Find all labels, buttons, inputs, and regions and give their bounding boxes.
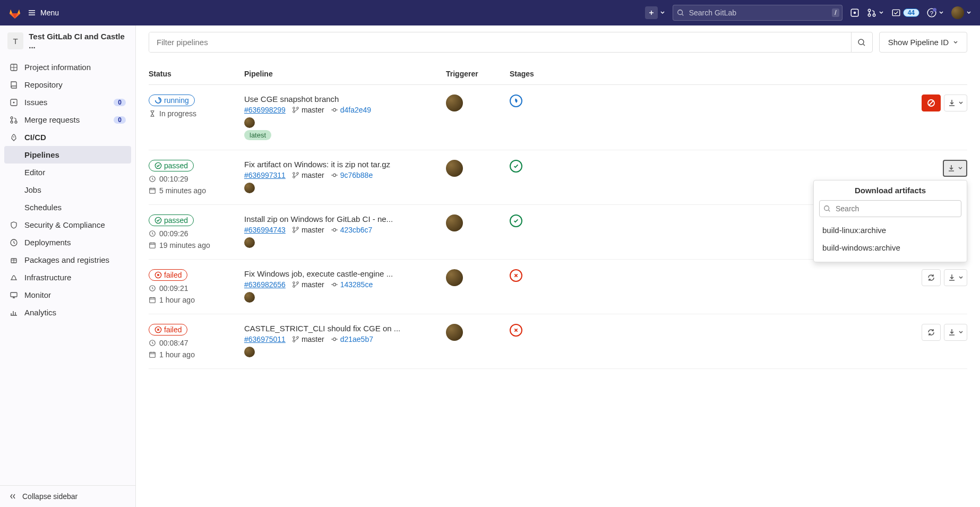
user-menu[interactable] bbox=[951, 6, 972, 19]
status-badge[interactable]: passed bbox=[149, 214, 194, 226]
stage-status[interactable] bbox=[510, 269, 522, 282]
pipeline-title[interactable]: CASTLE_STRICT_CLI should fix CGE on ... bbox=[244, 324, 425, 333]
duration-label: 00:09:21 bbox=[159, 284, 188, 293]
artifact-search-input[interactable] bbox=[819, 200, 961, 217]
triggerer-avatar[interactable] bbox=[446, 214, 463, 231]
sidebar-item-analytics[interactable]: Analytics bbox=[4, 304, 131, 321]
pipeline-id-link[interactable]: #636997311 bbox=[244, 171, 286, 179]
sidebar-item-editor[interactable]: Editor bbox=[4, 164, 131, 181]
commit-author-avatar[interactable] bbox=[244, 237, 255, 248]
retry-pipeline-button[interactable] bbox=[922, 324, 941, 341]
pipeline-id-link[interactable]: #636994743 bbox=[244, 226, 286, 234]
artifact-item[interactable]: build-linux:archive bbox=[819, 221, 961, 239]
collapse-sidebar-button[interactable]: Collapse sidebar bbox=[0, 485, 135, 507]
pipeline-branch[interactable]: master bbox=[292, 226, 324, 234]
passed-stage-icon bbox=[512, 162, 520, 170]
commit-author-avatar[interactable] bbox=[244, 117, 255, 128]
chevron-down-icon bbox=[660, 10, 665, 15]
stage-status[interactable] bbox=[510, 214, 522, 227]
sidebar-item-packages-and-registries[interactable]: Packages and registries bbox=[4, 251, 131, 269]
svg-point-5 bbox=[873, 14, 875, 16]
pipeline-id-link[interactable]: #636998299 bbox=[244, 106, 286, 114]
pipeline-commit-link[interactable]: 143285ce bbox=[331, 280, 373, 289]
sidebar-item-repository[interactable]: Repository bbox=[4, 76, 131, 93]
create-new-button[interactable] bbox=[645, 6, 665, 19]
pipeline-title[interactable]: Install zip on Windows for GitLab CI - n… bbox=[244, 214, 425, 224]
commit-author-avatar[interactable] bbox=[244, 292, 255, 303]
pipeline-branch[interactable]: master bbox=[292, 280, 324, 289]
sidebar-item-infrastructure[interactable]: Infrastructure bbox=[4, 269, 131, 286]
gitlab-logo[interactable] bbox=[8, 6, 21, 19]
pipeline-branch[interactable]: master bbox=[292, 171, 324, 179]
search-input[interactable] bbox=[673, 5, 843, 21]
artifact-item[interactable]: build-windows:archive bbox=[819, 239, 961, 256]
sidebar-item-deployments[interactable]: Deployments bbox=[4, 234, 131, 251]
project-header[interactable]: T Test GitLab CI and Castle ... bbox=[0, 25, 135, 56]
show-pipeline-id-dropdown[interactable]: Show Pipeline ID bbox=[879, 32, 967, 53]
sidebar-item-security-compliance[interactable]: Security & Compliance bbox=[4, 216, 131, 234]
mr-icon bbox=[10, 116, 18, 124]
pipeline-commit-link[interactable]: d4fa2e49 bbox=[331, 106, 371, 114]
commit-author-avatar[interactable] bbox=[244, 347, 255, 357]
stage-status[interactable] bbox=[510, 94, 522, 107]
pipeline-branch[interactable]: master bbox=[292, 106, 324, 114]
filter-input[interactable] bbox=[149, 32, 851, 52]
pipeline-branch[interactable]: master bbox=[292, 335, 324, 343]
filter-search-button[interactable] bbox=[851, 32, 872, 52]
triggerer-avatar[interactable] bbox=[446, 160, 463, 177]
pipeline-commit-link[interactable]: 423cb6c7 bbox=[331, 226, 373, 234]
sidebar-item-project-information[interactable]: Project information bbox=[4, 58, 131, 76]
triggerer-avatar[interactable] bbox=[446, 94, 463, 111]
col-pipeline-header: Pipeline bbox=[244, 70, 446, 78]
clock-icon bbox=[149, 339, 156, 347]
sidebar-item-ci-cd[interactable]: CI/CD bbox=[4, 128, 131, 146]
commit-author-avatar[interactable] bbox=[244, 183, 255, 193]
merge-requests-shortcut[interactable] bbox=[867, 8, 884, 18]
rocket-icon bbox=[10, 133, 18, 142]
pipeline-title[interactable]: Use CGE snapshot branch bbox=[244, 94, 425, 104]
status-badge[interactable]: running bbox=[149, 94, 195, 106]
sidebar-item-issues[interactable]: Issues0 bbox=[4, 93, 131, 111]
clock-icon bbox=[149, 230, 156, 237]
download-artifacts-button[interactable] bbox=[944, 269, 967, 286]
sidebar-item-pipelines[interactable]: Pipelines bbox=[4, 146, 131, 164]
svg-point-50 bbox=[293, 337, 295, 339]
pipeline-actions bbox=[922, 324, 967, 341]
retry-pipeline-button[interactable] bbox=[922, 269, 941, 286]
stage-status[interactable] bbox=[510, 160, 522, 173]
triggerer-avatar[interactable] bbox=[446, 269, 463, 286]
status-badge[interactable]: failed bbox=[149, 269, 187, 281]
issues-shortcut[interactable] bbox=[850, 8, 859, 18]
pipeline-title[interactable]: Fix Windows job, execute castle-engine .… bbox=[244, 269, 425, 278]
sidebar-item-label: Issues bbox=[24, 98, 47, 107]
svg-point-30 bbox=[293, 176, 295, 178]
download-artifacts-button[interactable] bbox=[944, 94, 967, 111]
sidebar-item-merge-requests[interactable]: Merge requests0 bbox=[4, 111, 131, 128]
status-badge[interactable]: passed bbox=[149, 160, 194, 171]
menu-button[interactable]: Menu bbox=[28, 8, 59, 17]
stage-status[interactable] bbox=[510, 324, 522, 337]
pipeline-id-link[interactable]: #636975011 bbox=[244, 335, 286, 343]
pipeline-commit-link[interactable]: 9c76b88e bbox=[331, 171, 373, 179]
download-artifacts-button[interactable] bbox=[944, 324, 967, 341]
download-artifacts-button[interactable] bbox=[943, 160, 967, 177]
passed-icon bbox=[154, 162, 162, 169]
triggerer-avatar[interactable] bbox=[446, 324, 463, 341]
cancel-pipeline-button[interactable] bbox=[922, 94, 941, 111]
clock-icon bbox=[149, 175, 156, 183]
download-icon bbox=[947, 164, 956, 173]
todos-shortcut[interactable]: 44 bbox=[891, 8, 919, 18]
sidebar-item-schedules[interactable]: Schedules bbox=[4, 199, 131, 216]
pipeline-commit-link[interactable]: d21ae5b7 bbox=[331, 335, 373, 343]
pipeline-title[interactable]: Fix artifact on Windows: it is zip not t… bbox=[244, 160, 425, 169]
pipeline-id-link[interactable]: #636982656 bbox=[244, 280, 286, 289]
issues-icon bbox=[10, 98, 18, 107]
status-label: passed bbox=[164, 161, 188, 170]
commit-icon bbox=[331, 226, 338, 234]
help-button[interactable]: ? bbox=[927, 8, 944, 18]
plus-icon bbox=[648, 10, 655, 16]
sidebar-item-monitor[interactable]: Monitor bbox=[4, 286, 131, 304]
sidebar-item-jobs[interactable]: Jobs bbox=[4, 181, 131, 199]
status-badge[interactable]: failed bbox=[149, 324, 187, 336]
svg-point-3 bbox=[868, 9, 871, 12]
